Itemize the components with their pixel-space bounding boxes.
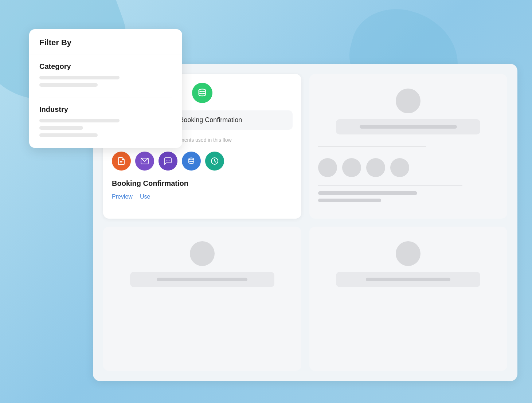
ph-avatar-sm-1 — [318, 158, 337, 177]
svg-point-8 — [189, 158, 194, 160]
clock-icon — [210, 157, 219, 165]
filter-bar-1 — [39, 76, 120, 79]
filter-bar-4 — [39, 126, 83, 130]
placeholder-divider-2 — [318, 185, 462, 185]
filter-industry-section: Industry — [29, 98, 182, 148]
placeholder-avatars-row — [318, 158, 499, 177]
ph-avatar-sm-3 — [366, 158, 385, 177]
placeholder-avatar-1 — [396, 89, 420, 113]
database-main-icon — [197, 88, 207, 98]
placeholder-top-1 — [318, 83, 499, 140]
preview-link[interactable]: Preview — [112, 193, 133, 200]
card-bottom-title: Booking Confirmation — [112, 179, 293, 188]
svg-point-5 — [167, 160, 167, 161]
filter-title: Filter By — [39, 38, 71, 47]
flow-icons-row — [112, 152, 293, 171]
booking-main-icon — [192, 83, 212, 103]
ph-bar-1 — [318, 191, 418, 195]
placeholder-card-1 — [309, 74, 508, 219]
flow-icon-clock — [205, 152, 224, 171]
placeholder-title-box-2 — [130, 272, 274, 287]
placeholder-title-box-1 — [336, 119, 480, 134]
email-icon — [140, 157, 149, 165]
flow-icon-email — [135, 152, 154, 171]
divider-line-right — [236, 140, 293, 140]
filter-bar-5 — [39, 133, 98, 137]
document-icon — [117, 157, 126, 165]
filter-category-label: Category — [39, 62, 172, 71]
flow-icon-database — [182, 152, 201, 171]
placeholder-avatar-3 — [396, 241, 420, 266]
ph-bar-2 — [318, 199, 381, 202]
chat-icon — [164, 157, 172, 165]
placeholder-top-2 — [112, 235, 293, 293]
card-action-links: Preview Use — [112, 193, 293, 200]
placeholder-top-3 — [318, 235, 499, 293]
filter-bar-3 — [39, 119, 120, 122]
use-link[interactable]: Use — [140, 193, 150, 200]
ph-avatar-sm-2 — [342, 158, 361, 177]
placeholder-title-box-3 — [336, 272, 480, 287]
placeholder-avatar-2 — [190, 241, 215, 266]
filter-industry-label: Industry — [39, 105, 172, 114]
ph-avatar-sm-4 — [390, 158, 409, 177]
placeholder-bottom-1 — [318, 152, 499, 205]
svg-point-0 — [199, 89, 206, 92]
filter-category-section: Category — [29, 55, 182, 98]
placeholder-card-2 — [103, 227, 301, 371]
filter-bar-2 — [39, 83, 98, 87]
svg-point-3 — [120, 161, 121, 162]
database-icon — [187, 157, 196, 165]
svg-point-6 — [168, 160, 168, 161]
placeholder-card-3 — [309, 227, 508, 371]
flow-icon-document — [112, 152, 131, 171]
placeholder-divider-1 — [318, 146, 426, 146]
flow-icon-chat — [159, 152, 177, 171]
filter-panel: Filter By Category Industry — [29, 29, 182, 148]
filter-header: Filter By — [29, 29, 182, 55]
svg-point-7 — [169, 160, 169, 161]
